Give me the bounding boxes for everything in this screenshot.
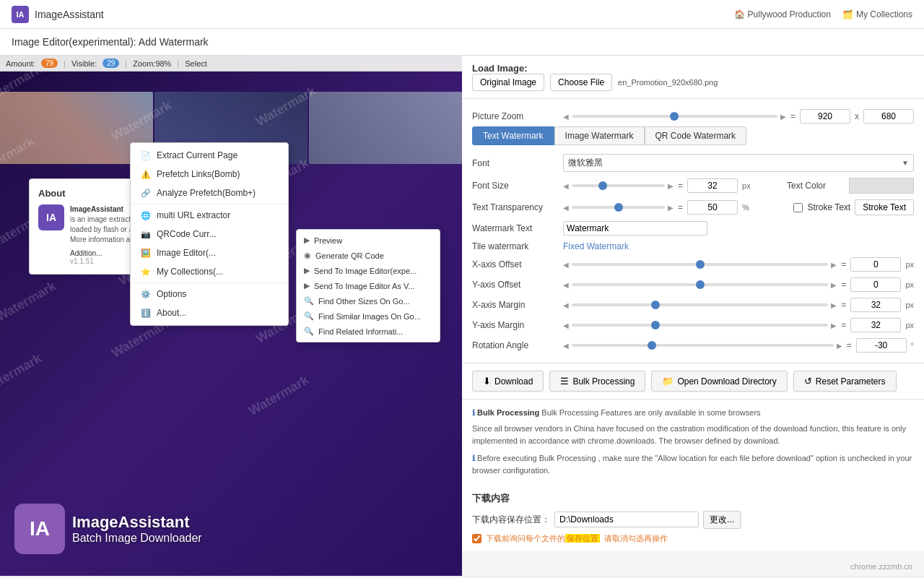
header: IA ImageAssistant 🏠 Pullywood Production… [0, 0, 924, 29]
rotation-slider[interactable] [572, 344, 834, 347]
original-image-btn[interactable]: Original Image [472, 74, 544, 91]
cm-qrcode[interactable]: 📷 QRCode Curr... [131, 225, 288, 243]
tab-image-watermark[interactable]: Image Watermark [554, 126, 645, 145]
cm-collections[interactable]: ⭐ My Collections(... [131, 262, 288, 281]
cm-analyze[interactable]: 🔗 Analyze Prefetch(Bomb+) [131, 184, 288, 202]
save-path-input[interactable] [554, 512, 699, 527]
picture-zoom-row: Picture Zoom ◀ ▶ = x [472, 106, 914, 126]
cm-analyze-label: Analyze Prefetch(Bomb+) [157, 188, 256, 198]
yaxis-offset-input[interactable] [850, 277, 901, 292]
tile-watermark-row: Tile watermark Fixed Watermark [472, 238, 914, 254]
change-path-btn[interactable]: 更改... [703, 511, 741, 529]
rotation-input[interactable] [856, 338, 907, 353]
pp-find-sizes[interactable]: 🔍 Find Other Sizes On Go... [297, 293, 440, 309]
yaxis-offset-unit: px [905, 280, 914, 289]
context-menu: 📄 Extract Current Page ⚠️ Prefetch Links… [130, 142, 289, 326]
nav-home[interactable]: 🏠 Pullywood Production [734, 9, 831, 20]
xaxis-offset-input[interactable] [850, 257, 901, 272]
xaxis-offset-slider[interactable] [572, 263, 828, 266]
rotation-slider-container: ◀ ▶ [563, 342, 842, 350]
yaxis-offset-row: Y-axis Offset ◀ ▶ = px [472, 275, 914, 295]
pp-find-related[interactable]: 🔍 Find Related Informati... [297, 324, 440, 339]
watermark-tabs: Text Watermark Image Watermark QR Code W… [472, 126, 914, 145]
home-icon: 🏠 [734, 9, 745, 20]
zoom-height-input[interactable] [863, 109, 914, 124]
yaxis-offset-slider-container: ◀ ▶ [563, 281, 837, 289]
stroke-text-checkbox[interactable] [793, 203, 803, 212]
warning-checkbox[interactable] [472, 534, 481, 543]
pp-find-related-icon: 🔍 [304, 327, 314, 336]
rotation-row: Rotation Angle ◀ ▶ = ° [472, 335, 914, 355]
yaxis-margin-input[interactable] [850, 318, 901, 332]
visible-badge: 29 [103, 59, 119, 68]
pp-preview[interactable]: ▶ Preview [297, 233, 440, 248]
font-dropdown[interactable]: 微软雅黑 ▼ [563, 154, 914, 172]
pp-qr[interactable]: ◉ Generate QR Code [297, 248, 440, 263]
pp-find-sizes-label: Find Other Sizes On Go... [318, 297, 410, 306]
xaxis-margin-label: X-axis Margin [472, 300, 559, 310]
download-icon: ⬇ [483, 376, 491, 387]
cm-prefetch[interactable]: ⚠️ Prefetch Links(Bomb) [131, 165, 288, 184]
transparency-input[interactable] [687, 200, 738, 215]
extract-icon: 📄 [141, 150, 151, 160]
chevron-down-icon: ▼ [902, 159, 909, 167]
font-size-slider[interactable] [572, 184, 665, 187]
filename-display: en_Promotion_920x680.png [618, 78, 718, 87]
cm-options[interactable]: ⚙️ Options [131, 285, 288, 303]
download-btn[interactable]: ⬇ Download [472, 371, 544, 392]
stroke-btn[interactable]: Stroke Text [855, 199, 914, 215]
info-section: ℹ Bulk Processing Bulk Processing Featur… [462, 400, 924, 485]
ia-large-icon: IA [14, 504, 65, 554]
xaxis-margin-slider[interactable] [572, 303, 828, 306]
xaxis-margin-unit: px [905, 301, 914, 309]
pp-send-v-icon: ▶ [304, 281, 310, 290]
zoom-width-input[interactable] [800, 109, 850, 124]
yaxis-offset-slider[interactable] [572, 283, 828, 286]
cm-imageeditor[interactable]: 🖼️ Image Editor(... [131, 243, 288, 262]
cm-about[interactable]: ℹ️ About... [131, 303, 288, 322]
pp-send-editor[interactable]: ▶ Send To Image Editor(expe... [297, 263, 440, 278]
pp-qr-label: Generate QR Code [315, 251, 384, 260]
cm-multiurl[interactable]: 🌐 multi URL extractor [131, 206, 288, 225]
header-nav: 🏠 Pullywood Production 🗂️ My Collections [734, 9, 912, 20]
qrcode-icon: 📷 [141, 229, 151, 239]
tab-qr-watermark[interactable]: QR Code Watermark [645, 126, 747, 145]
pp-send-editor-v[interactable]: ▶ Send To Image Editor As V... [297, 278, 440, 293]
reset-params-btn[interactable]: ↺ Reset Parameters [793, 371, 897, 392]
open-directory-btn[interactable]: 📁 Open Download Directory [651, 371, 787, 392]
bulk-processing-btn[interactable]: ☰ Bulk Processing [549, 371, 645, 392]
load-image-section: Load Image: Original Image Choose File e… [462, 56, 924, 99]
rotation-label: Rotation Angle [472, 340, 559, 350]
transparency-label: Text Transparency [472, 202, 559, 212]
watermark-text-input[interactable] [563, 221, 707, 236]
nav-collections[interactable]: 🗂️ My Collections [842, 9, 912, 20]
imageeditor-icon: 🖼️ [141, 248, 151, 258]
bulk-processing-note-bold: Bulk Processing [477, 408, 539, 417]
stroke-text-row: Stroke Text Stroke Text [793, 199, 914, 215]
xaxis-margin-input[interactable] [850, 298, 901, 312]
pp-find-similar[interactable]: 🔍 Find Similar Images On Go... [297, 309, 440, 324]
transparency-slider[interactable] [572, 206, 665, 209]
cm-collections-label: My Collections(... [157, 267, 223, 277]
reset-icon: ↺ [804, 376, 812, 387]
info-icon-2: ℹ [472, 454, 475, 462]
xaxis-margin-row: X-axis Margin ◀ ▶ = px [472, 295, 914, 315]
picture-zoom-slider[interactable] [572, 115, 777, 118]
collections-icon: 🗂️ [842, 9, 853, 20]
yaxis-margin-slider[interactable] [572, 324, 828, 327]
main-layout: Watermark Watermark Watermark Watermark … [0, 56, 924, 576]
watermark-text-label: Watermark Text [472, 223, 559, 233]
preview-popup-menu: ▶ Preview ◉ Generate QR Code ▶ Send To I… [297, 230, 440, 342]
font-size-input[interactable] [687, 178, 738, 193]
cm-extract[interactable]: 📄 Extract Current Page [131, 146, 288, 165]
fixed-watermark-link[interactable]: Fixed Watermark [563, 241, 629, 251]
tab-text-watermark[interactable]: Text Watermark [472, 126, 554, 145]
choose-file-btn[interactable]: Choose File [550, 74, 612, 91]
before-exec-note: ℹ Before executing Bulk Processing , mak… [472, 452, 914, 478]
multiurl-icon: 🌐 [141, 210, 151, 220]
page-title: Image Editor(experimental): Add Watermar… [0, 29, 924, 56]
transparency-unit: % [742, 203, 749, 212]
pp-send-v-label: Send To Image Editor As V... [314, 282, 414, 290]
warning-row: 下载前询问每个文件的保存位置 请取消勾选再操作 [472, 533, 914, 544]
text-color-swatch[interactable] [849, 178, 914, 194]
